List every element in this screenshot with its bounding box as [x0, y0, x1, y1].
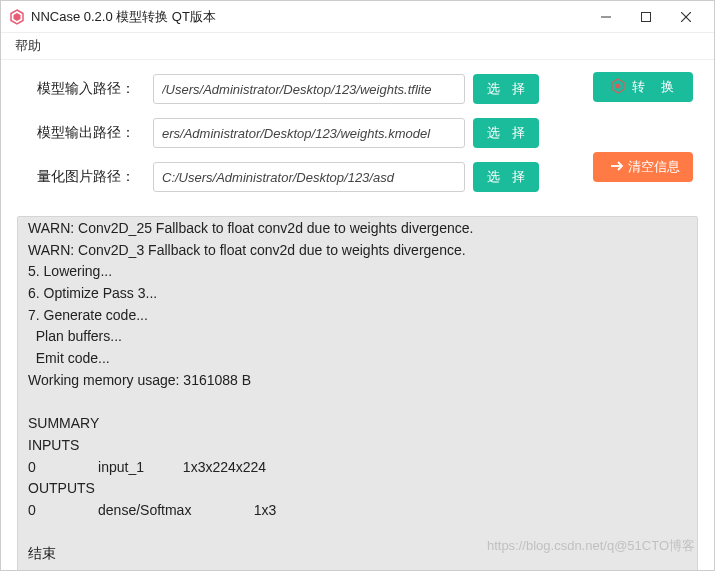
convert-label: 转 换 — [632, 78, 680, 96]
titlebar: NNCase 0.2.0 模型转换 QT版本 — [1, 1, 714, 33]
window-title: NNCase 0.2.0 模型转换 QT版本 — [31, 8, 586, 26]
input-path-label: 模型输入路径： — [37, 80, 145, 98]
arrow-right-icon — [610, 159, 624, 176]
close-button[interactable] — [666, 3, 706, 31]
select-output-button[interactable]: 选 择 — [473, 118, 539, 148]
svg-rect-3 — [642, 12, 651, 21]
window-controls — [586, 3, 706, 31]
log-output[interactable]: WARN: Conv2D_25 Fallback to float conv2d… — [17, 216, 698, 571]
quant-path-label: 量化图片路径： — [37, 168, 145, 186]
app-logo-icon — [9, 9, 25, 25]
select-input-button[interactable]: 选 择 — [473, 74, 539, 104]
svg-marker-1 — [14, 13, 21, 21]
quant-path-field[interactable] — [153, 162, 465, 192]
convert-icon — [610, 78, 626, 97]
menu-help[interactable]: 帮助 — [11, 36, 45, 55]
minimize-button[interactable] — [586, 3, 626, 31]
clear-label: 清空信息 — [628, 158, 680, 176]
clear-button[interactable]: 清空信息 — [593, 152, 693, 182]
action-buttons: 转 换 清空信息 — [593, 72, 693, 182]
output-path-label: 模型输出路径： — [37, 124, 145, 142]
svg-point-7 — [616, 83, 621, 88]
output-path-field[interactable] — [153, 118, 465, 148]
select-quant-button[interactable]: 选 择 — [473, 162, 539, 192]
menubar: 帮助 — [1, 33, 714, 60]
input-path-field[interactable] — [153, 74, 465, 104]
maximize-button[interactable] — [626, 3, 666, 31]
convert-button[interactable]: 转 换 — [593, 72, 693, 102]
